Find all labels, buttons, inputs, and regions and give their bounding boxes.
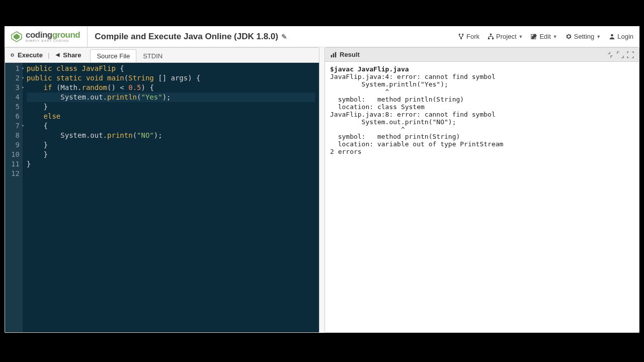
edit-menu[interactable]: Edit ▼ — [531, 33, 557, 40]
app-frame: codingground SIMPLY EASY CODING Compile … — [5, 26, 639, 333]
caret-down-icon: ▼ — [519, 34, 523, 39]
line-gutter: 123456789101112 — [5, 63, 23, 332]
result-output[interactable]: $javac JavaFlip.java JavaFlip.java:4: er… — [325, 62, 639, 332]
execute-button[interactable]: Execute — [9, 51, 43, 59]
svg-rect-12 — [333, 53, 334, 57]
minimize-icon[interactable] — [607, 51, 614, 58]
edit-title-icon[interactable]: ✎ — [281, 33, 287, 41]
code-editor[interactable]: 123456789101112 public class JavaFlip {p… — [5, 63, 319, 332]
logo-tagline: SIMPLY EASY CODING — [26, 39, 80, 42]
header-menu: Fork Project ▼ Edit ▼ Setting ▼ Login — [458, 33, 633, 40]
svg-point-10 — [11, 54, 14, 56]
user-icon — [609, 33, 615, 40]
tab-stdin[interactable]: STDIN — [136, 49, 169, 62]
svg-rect-7 — [492, 38, 494, 39]
share-icon — [54, 52, 61, 58]
page-title: Compile and Execute Java Online (JDK 1.8… — [95, 32, 287, 42]
svg-rect-5 — [490, 34, 492, 35]
result-text: JavaFlip.java:4: error: cannot find symb… — [330, 73, 503, 155]
gear-run-icon — [9, 52, 16, 58]
setting-menu[interactable]: Setting ▼ — [566, 33, 601, 40]
sitemap-icon — [488, 33, 494, 40]
body: Execute | Share Source File STDIN 123456… — [5, 47, 639, 333]
maximize-icon[interactable] — [617, 51, 624, 58]
bar-chart-icon — [330, 51, 337, 58]
gear-icon — [566, 33, 572, 40]
caret-down-icon: ▼ — [553, 34, 557, 39]
brand-logo[interactable]: codingground SIMPLY EASY CODING — [11, 26, 88, 47]
svg-point-3 — [462, 34, 463, 35]
svg-rect-13 — [335, 52, 336, 58]
fork-icon — [458, 33, 464, 40]
project-menu[interactable]: Project ▼ — [488, 33, 523, 40]
editor-pane: Execute | Share Source File STDIN 123456… — [5, 47, 319, 333]
share-button[interactable]: Share — [54, 51, 81, 59]
result-title: Result — [340, 51, 360, 58]
caret-down-icon: ▼ — [596, 34, 601, 39]
result-command: $javac JavaFlip.java — [330, 65, 409, 73]
pencil-square-icon — [531, 33, 537, 40]
editor-toolbar: Execute | Share Source File STDIN — [5, 48, 319, 63]
header: codingground SIMPLY EASY CODING Compile … — [5, 26, 639, 47]
toolbar-separator: | — [48, 51, 49, 59]
svg-marker-1 — [14, 34, 20, 40]
result-pane: Result $javac JavaFlip.java JavaFlip.jav… — [325, 47, 639, 333]
result-header: Result — [325, 48, 639, 62]
svg-rect-6 — [488, 38, 490, 39]
svg-rect-11 — [331, 55, 332, 57]
svg-point-9 — [611, 34, 613, 37]
logo-icon — [11, 31, 23, 43]
page-title-text: Compile and Execute Java Online (JDK 1.8… — [95, 32, 278, 42]
tab-source-file[interactable]: Source File — [90, 49, 136, 62]
svg-point-2 — [459, 34, 460, 35]
code-area[interactable]: public class JavaFlip {public static voi… — [23, 63, 319, 332]
fork-button[interactable]: Fork — [458, 33, 479, 40]
editor-tabs: Source File STDIN — [90, 49, 169, 62]
login-button[interactable]: Login — [609, 33, 633, 40]
logo-title: codingground — [26, 31, 80, 39]
fullscreen-icon[interactable] — [627, 51, 634, 58]
